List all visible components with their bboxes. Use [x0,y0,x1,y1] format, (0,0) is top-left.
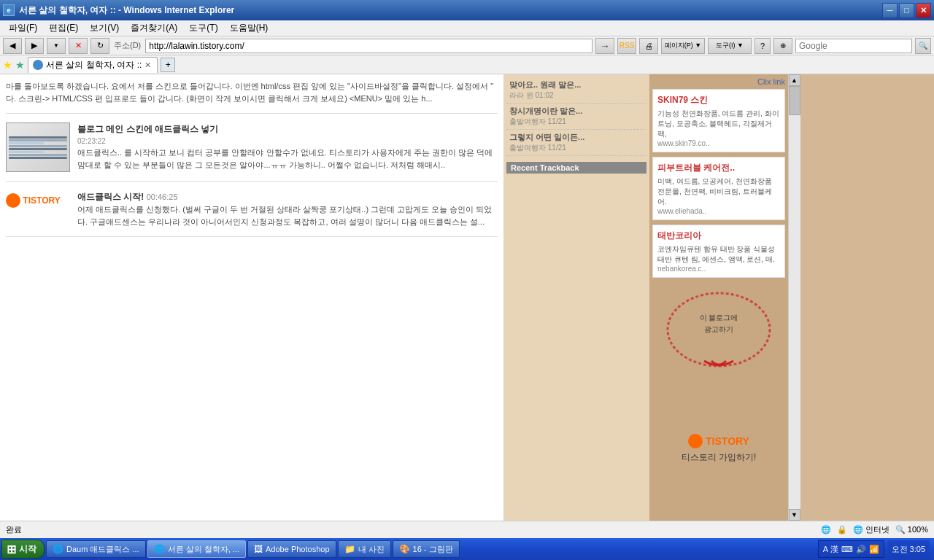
page-content: 마를 돌아보도록 하겠습니다. 요에서 저를 스킨으로 들어갑니다. 이번엔 h… [0,74,934,521]
start-button[interactable]: ⊞ 시작 [1,540,45,559]
tools-button[interactable]: 도구(I) ▼ [708,38,752,54]
lang-selector[interactable]: A 漢 [823,544,838,555]
window-controls: ─ □ ✕ [882,3,931,18]
menu-help[interactable]: 도움말(H) [224,20,274,36]
stop-button[interactable]: ✕ [69,38,88,54]
maximize-button[interactable]: □ [899,3,914,18]
post-1-content: 블로그 메인 스킨에 애드클릭스 넣기 02:23:22 애드클릭스.. 를 시… [77,122,498,171]
rss-button[interactable]: RSS [617,38,636,54]
scroll-thumb[interactable] [789,86,800,115]
daum-icon: 🌐 [53,544,63,554]
ad-taeban-title: 태반코리아 [657,230,780,242]
tistory-brand[interactable]: TISTORY 티스토리 가입하기! [652,428,785,470]
svg-text:이 블로그에: 이 블로그에 [700,314,738,322]
scrollbar[interactable]: ▲ ▼ [788,74,800,521]
tab-label: 서른 살의 철학자, 여자 :: [46,59,142,71]
ad-column: Clix link SKIN79 스킨 기능성 천연화장품, 여드름 관리, 화… [649,74,788,521]
menu-file[interactable]: 파일(F) [3,20,43,36]
menu-edit[interactable]: 편집(E) [43,20,84,36]
screen-line [9,145,67,147]
page-tools-button[interactable]: 페이지(P) ▼ [661,38,705,54]
clix-link[interactable]: Clix link [652,77,785,86]
status-globe-icon: 🌐 [821,525,831,534]
ad-eliehada[interactable]: 피부트러블 케어전.. 미백, 여드름, 모공케어, 천연화장품 전문몰, 천연… [652,157,785,220]
taskbar-photos-label: 내 사진 [358,544,385,555]
scroll-down-button[interactable]: ▼ [789,509,800,521]
go-button[interactable]: → [595,38,614,54]
internet-icon: 🌐 [853,525,863,534]
address-input[interactable] [145,39,593,53]
tistory-logo-icon [688,434,703,448]
sidebar-comment-2[interactable]: 창시개명이란 말은... 출발여행자 11/21 [506,104,647,130]
print-button[interactable]: 🖨 [639,38,658,54]
help-button[interactable]: ? [754,38,771,54]
menu-tools[interactable]: 도구(T) [183,20,223,36]
taskbar: ⊞ 시작 🌐 Daum 애드클릭스 ... 🌐 서른 살의 철학자, ... 🖼… [0,538,934,560]
sidebar-comment-2-author: 출발여행자 11/21 [509,117,644,127]
taskbar-daum[interactable]: 🌐 Daum 애드클릭스 ... [46,540,146,558]
search-input[interactable] [795,39,912,53]
taskbar-blog-label: 서른 살의 철학자, ... [168,544,239,555]
ad-skin79[interactable]: SKIN79 스킨 기능성 천연화장품, 여드름 관리, 화이트닝, 모공축소,… [652,89,785,152]
screen-line [9,136,67,139]
minimize-button[interactable]: ─ [882,3,898,18]
recent-trackback-header: Recent Trackback [506,162,647,174]
close-button[interactable]: ✕ [916,3,931,18]
blog-post-1: 블로그 메인 스킨에 애드클릭스 넣기 02:23:22 애드클릭스.. 를 시… [6,122,498,182]
post-2-content: 애드클릭스 시작! 00:46:25 어제 애드클릭스를 신청했다. (벌써 구… [77,190,498,228]
sidebar-comment-3-author: 출발여행자 11/21 [509,143,644,153]
search-button[interactable]: 🔍 [915,38,931,54]
tab-close-button[interactable]: ✕ [144,61,151,70]
status-internet: 🌐 인터넷 [853,524,889,535]
extra-buttons[interactable]: ⊕ [773,38,792,54]
blog-ie-icon: 🌐 [154,544,165,554]
sidebar-comment-1[interactable]: 맞아요.. 원래 말은... 라라 윈 01:02 [506,77,647,104]
intro-post: 마를 돌아보도록 하겠습니다. 요에서 저를 스킨으로 들어갑니다. 이번엔 h… [6,80,498,114]
post-1-date: 02:23:22 [77,136,498,147]
right-sidebar: 맞아요.. 원래 말은... 라라 윈 01:02 창시개명이란 말은... 출… [503,74,649,521]
menu-view[interactable]: 보기(V) [84,20,125,36]
windows-icon: ⊞ [7,542,16,556]
thumbnail-lines [9,136,67,160]
taskbar-paint[interactable]: 🎨 16 - 그림판 [393,540,460,558]
blog-posts-column: 마를 돌아보도록 하겠습니다. 요에서 저를 스킨으로 들어갑니다. 이번엔 h… [0,74,503,521]
photos-icon: 📁 [344,544,355,554]
sidebar-comment-3[interactable]: 그렇지 어떤 일이든... 출발여행자 11/21 [506,130,647,156]
screen-line [9,154,67,156]
status-text: 완료 [6,524,22,535]
back-button[interactable]: ◀ [3,38,22,54]
intro-text-1: 마를 돌아보도록 하겠습니다. 요에서 저를 스킨으로 들어갑니다. 이번엔 h… [6,80,498,93]
new-tab-button[interactable]: + [161,58,175,72]
favorites-bar: ★ ★ 서른 살의 철학자, 여자 :: ✕ + [0,55,934,74]
recent-comments: 맞아요.. 원래 말은... 라라 윈 01:02 창시개명이란 말은... 출… [506,77,647,156]
taskbar-photos[interactable]: 📁 내 사진 [338,540,391,558]
post-1-title[interactable]: 블로그 메인 스킨에 애드클릭스 넣기 [77,122,498,136]
taskbar-blog[interactable]: 🌐 서른 살의 철학자, ... [147,540,246,558]
keyboard-icon: ⌨ [841,545,853,554]
refresh-button[interactable]: ↻ [90,38,109,54]
dropdown-button[interactable]: ▼ [47,38,66,54]
post-2-title[interactable]: 애드클릭스 시작! 00:46:25 [77,190,498,203]
sidebar-comment-1-title: 맞아요.. 원래 말은... [509,79,644,90]
screen-line [9,139,67,141]
menu-favorites[interactable]: 즐겨찾기(A) [125,20,183,36]
ad-eliehada-text: 미백, 여드름, 모공케어, 천연화장품 전문몰, 천연팩, 비비크림, 트러블… [657,176,780,207]
title-bar: e 서른 살의 철학자, 여자 :: - Windows Internet Ex… [0,0,934,20]
tistory-logo-text: TISTORY [706,435,749,447]
status-lock-icon: 🔒 [837,525,847,534]
add-favorites-icon[interactable]: ★ [15,59,25,71]
taskbar-photoshop[interactable]: 🖼 Adobe Photoshop [247,540,336,558]
network-icon: 📶 [869,545,879,554]
browser-content: 마를 돌아보도록 하겠습니다. 요에서 저를 스킨으로 들어갑니다. 이번엔 h… [0,74,934,521]
screen-line [9,157,67,159]
scroll-up-button[interactable]: ▲ [789,74,800,86]
taskbar-photoshop-label: Adobe Photoshop [266,545,329,553]
blog-post-2: TISTORY 애드클릭스 시작! 00:46:25 어제 애드클릭스를 신청했… [6,190,498,237]
current-tab[interactable]: 서른 살의 철학자, 여자 :: ✕ [28,57,158,73]
screen-line [9,142,44,144]
ad-taeban[interactable]: 태반코리아 코엔자임큐텐 함유 태반 장품 식물성 태반 큐텐 림, 에센스, … [652,225,785,278]
tab-icon [33,60,43,70]
favorites-star-icon: ★ [3,59,12,71]
ad-eliehada-title: 피부트러블 케어전.. [657,162,780,174]
forward-button[interactable]: ▶ [25,38,44,54]
